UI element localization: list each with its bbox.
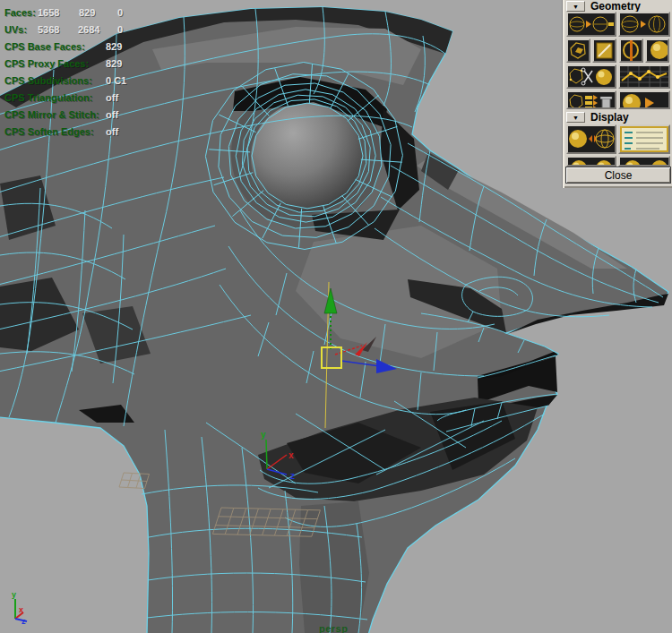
view-axis-indicator: y x z [12, 590, 27, 626]
display-collapse-button[interactable]: ▼ [566, 112, 585, 123]
scissors-detach-button[interactable] [566, 64, 616, 89]
pivot-z-label: z [290, 471, 295, 481]
circle-mirror-button[interactable] [619, 38, 643, 63]
sphere-wire-toggle-button[interactable] [566, 124, 616, 154]
geometry-section-label: Geometry [590, 0, 641, 13]
display-section-header: ▼ Display [563, 111, 672, 124]
sphere-convert-button[interactable] [618, 90, 670, 109]
scissors-detach-icon [568, 66, 615, 87]
wire-sphere-pair-button[interactable] [618, 12, 670, 37]
square-slash-button[interactable] [592, 38, 616, 63]
view-x-label: x [19, 605, 23, 614]
view-y-label: y [12, 590, 16, 599]
wire-sphere-pair-minus-icon [568, 13, 615, 35]
pivot-y-label: y [261, 430, 266, 440]
curve-points-grid-icon [620, 66, 668, 87]
spreadsheet-icon [620, 126, 668, 152]
sphere-row-left-icon [568, 158, 615, 167]
cube-delete-history-icon [568, 92, 615, 109]
sphere-row-left-button[interactable] [566, 156, 616, 167]
maya-viewport-window: { "viewport": { "camera_label": "persp",… [0, 0, 672, 633]
cube-cage-button[interactable] [566, 38, 590, 63]
view-z-label: z [22, 617, 26, 626]
spreadsheet-button[interactable] [618, 124, 670, 154]
circle-mirror-icon [621, 40, 642, 61]
display-section-label: Display [590, 111, 629, 124]
close-button[interactable]: Close [565, 167, 671, 184]
sphere-row-right-button[interactable] [618, 156, 670, 167]
sphere-convert-icon [620, 92, 668, 109]
curve-points-grid-button[interactable] [618, 64, 670, 89]
wire-sphere-pair-icon [620, 13, 668, 35]
sphere-row-right-icon [620, 158, 668, 167]
sphere-half-button[interactable] [645, 38, 669, 63]
pivot-x-label: x [289, 450, 294, 460]
cps-tool-panel: ▼ Geometry [562, 0, 672, 188]
cube-delete-history-button[interactable] [566, 90, 616, 109]
square-slash-icon [594, 40, 615, 61]
pivot-y-axis-line [266, 440, 267, 469]
geometry-collapse-button[interactable]: ▼ [566, 1, 585, 12]
sphere-half-icon [647, 40, 668, 61]
cube-cage-icon [568, 40, 589, 61]
wire-sphere-pair-minus-button[interactable] [566, 12, 616, 37]
camera-name-label: persp [319, 623, 348, 633]
sphere-wire-toggle-icon [568, 126, 615, 152]
